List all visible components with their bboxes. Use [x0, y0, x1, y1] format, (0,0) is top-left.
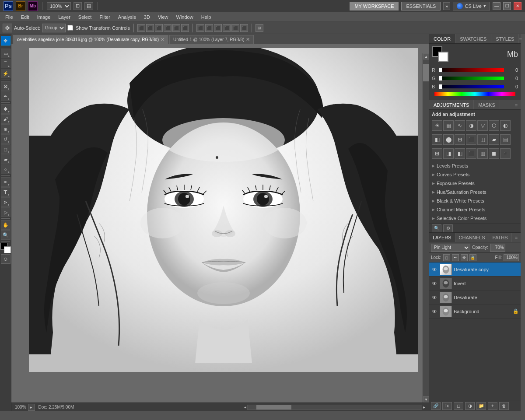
lasso-tool[interactable]: ⌒ ▸ [1, 59, 10, 68]
channelmixer-icon[interactable]: ⊟ [455, 134, 465, 145]
background-color-swatch[interactable] [438, 52, 448, 62]
tab-paths[interactable]: PATHS [489, 233, 512, 242]
restore-btn[interactable]: ❐ [503, 2, 511, 10]
preset-channelmixer[interactable]: ▶ Channel Mixer Presets [429, 205, 521, 214]
adj-icon-f[interactable]: ◼ [489, 148, 499, 159]
eraser-tool[interactable]: ◻ ▸ [1, 144, 10, 154]
tab-swatches[interactable]: SWATCHES [455, 34, 491, 43]
preset-selectivecolor[interactable]: ▶ Selective Color Presets [429, 214, 521, 223]
zoom-info-btn[interactable]: ▸ [28, 404, 35, 411]
canvas-tab-1[interactable]: Untitled-1 @ 100% (Layer 7, RGB/8) ✕ [169, 35, 254, 44]
dist-left-icon[interactable]: ⬛ [196, 24, 204, 32]
scroll-left-btn[interactable]: ◂ [244, 405, 246, 410]
align-left-icon[interactable]: ⬛ [137, 24, 145, 32]
g-thumb[interactable] [439, 76, 442, 81]
screen-mode-btn[interactable]: ▤ [84, 2, 93, 10]
menu-layer[interactable]: Layer [55, 14, 74, 21]
tab-adjustments[interactable]: ADJUSTMENTS [429, 100, 474, 109]
tab-color[interactable]: COLOR [429, 34, 455, 43]
align-center-h-icon[interactable]: ⬛ [146, 24, 154, 32]
menu-3d[interactable]: 3D [140, 14, 154, 21]
canvas-tab-0-close[interactable]: ✕ [161, 37, 164, 42]
b-thumb[interactable] [439, 84, 442, 89]
b-slider-track[interactable] [439, 85, 504, 88]
r-value[interactable]: 0 [506, 67, 518, 73]
dist-center-h-icon[interactable]: ⬛ [205, 24, 213, 32]
g-slider-track[interactable] [439, 77, 504, 80]
levels-icon[interactable]: ▦ [443, 120, 454, 131]
gradient-tool[interactable]: ▰ ▸ [1, 154, 10, 164]
dist-top-icon[interactable]: ⬛ [223, 24, 231, 32]
menu-edit[interactable]: Edit [18, 14, 33, 21]
tab-layers[interactable]: LAYERS [429, 233, 455, 242]
type-tool[interactable]: T ▸ [1, 187, 10, 197]
layers-panel-menu[interactable]: ≡ [512, 233, 521, 242]
tab-channels[interactable]: CHANNELS [455, 233, 489, 242]
background-swatch[interactable] [4, 246, 11, 253]
delete-layer-btn[interactable]: 🗑 [499, 402, 509, 410]
scroll-down-arrow[interactable]: ▼ [423, 396, 429, 402]
lock-image-btn[interactable]: ✒ [452, 254, 459, 261]
lock-all-btn[interactable]: 🔒 [469, 254, 476, 261]
spot-heal-tool[interactable]: ✱ ▸ [1, 104, 10, 114]
adj-icon-c[interactable]: ◧ [455, 148, 465, 159]
align-right-icon[interactable]: ⬛ [155, 24, 163, 32]
scroll-up-arrow[interactable]: ▲ [423, 53, 429, 60]
menu-select[interactable]: Select [75, 14, 95, 21]
adj-search-btn[interactable]: 🔍 [432, 224, 441, 232]
magic-wand-tool[interactable]: ⚡ ▸ [1, 69, 10, 78]
minibridge-icon[interactable]: Mb [507, 50, 518, 59]
canvas-scroll-area[interactable]: ▲ ▼ [11, 44, 429, 402]
layer-row-2[interactable]: 👁 Desaturate [429, 290, 521, 304]
horizontal-scrollbar[interactable] [247, 405, 422, 410]
gradient-map-icon[interactable]: ▤ [500, 134, 511, 145]
extend-workspace-btn[interactable]: » [443, 2, 450, 10]
align-bottom-icon[interactable]: ⬛ [181, 24, 189, 32]
auto-align-icon[interactable]: ⊞ [256, 24, 263, 32]
menu-filter[interactable]: Filter [96, 14, 113, 21]
photofilter-icon[interactable]: ⬤ [443, 134, 454, 145]
selectivecolor-icon[interactable]: ⊞ [432, 148, 442, 159]
menu-file[interactable]: File [2, 14, 17, 21]
r-thumb[interactable] [439, 67, 442, 73]
zoom-tool[interactable]: 🔍 [1, 230, 10, 240]
rect-select-tool[interactable]: ▭ ▸ [1, 49, 10, 58]
canvas-tab-1-close[interactable]: ✕ [246, 37, 250, 42]
colorbalance-icon[interactable]: ◐ [500, 120, 511, 131]
adj-icon-e[interactable]: ▥ [477, 148, 488, 159]
adj-settings-btn[interactable]: ⚙ [443, 224, 453, 232]
lock-position-btn[interactable]: ✥ [461, 254, 468, 261]
brightness-icon[interactable]: ☀ [432, 120, 442, 131]
layer-2-visibility[interactable]: 👁 [431, 294, 438, 301]
layer-3-visibility[interactable]: 👁 [431, 308, 438, 315]
adjustments-menu[interactable]: ≡ [512, 102, 521, 108]
layer-row-1[interactable]: 👁 Invert [429, 276, 521, 290]
history-brush-tool[interactable]: ↺ ▸ [1, 134, 10, 144]
invert-icon[interactable]: ⬛ [466, 134, 476, 145]
color-panel-menu[interactable]: ≡ [519, 34, 522, 43]
align-middle-v-icon[interactable]: ⬛ [172, 24, 180, 32]
tab-styles[interactable]: STYLES [491, 34, 519, 43]
minibrige-icon[interactable]: Mb [28, 1, 38, 11]
hsl-icon[interactable]: ⬡ [489, 120, 499, 131]
dist-middle-v-icon[interactable]: ⬛ [231, 24, 239, 32]
preset-exposure[interactable]: ▶ Exposure Presets [429, 179, 521, 188]
stamp-tool[interactable]: ⊕ ▸ [1, 124, 10, 134]
h-scroll-thumb[interactable] [256, 405, 291, 410]
bw-icon[interactable]: ◧ [432, 134, 442, 145]
new-layer-btn[interactable]: + [488, 402, 497, 410]
my-workspace-btn[interactable]: MY WORKSPACE [350, 2, 399, 10]
canvas-tab-0[interactable]: celebrities-angelina-jolie-306316.jpg @ … [13, 35, 168, 44]
menu-image[interactable]: Image [34, 14, 54, 21]
preset-bw[interactable]: ▶ Black & White Presets [429, 196, 521, 205]
link-layers-btn[interactable]: 🔗 [431, 402, 441, 410]
layer-1-visibility[interactable]: 👁 [431, 280, 438, 287]
threshold-icon[interactable]: ▰ [489, 134, 499, 145]
menu-analysis[interactable]: Analysis [115, 14, 140, 21]
essentials-btn[interactable]: ESSENTIALS [401, 2, 441, 10]
menu-help[interactable]: Help [198, 14, 215, 21]
preset-curves[interactable]: ▶ Curves Presets [429, 170, 521, 179]
pen-tool[interactable]: ✒ ▸ [1, 177, 10, 187]
adj-icon-b[interactable]: ◨ [443, 148, 454, 159]
opacity-input[interactable] [490, 244, 505, 252]
